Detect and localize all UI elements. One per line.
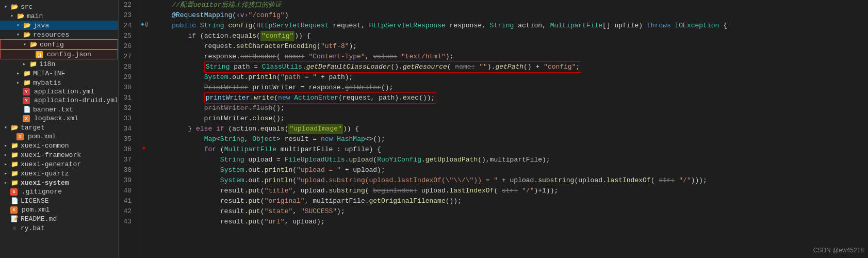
code-text: ( <box>365 186 373 196</box>
folder-icon <box>29 60 37 68</box>
type-text: PrintWriter <box>204 83 249 93</box>
sidebar-item-label: xuexi-system <box>21 179 69 187</box>
folder-icon <box>10 141 19 150</box>
folder-icon <box>10 179 19 187</box>
type-text: ActionEnter <box>294 94 338 102</box>
type-text: Object <box>252 134 276 144</box>
code-text <box>156 155 220 165</box>
code-text <box>518 186 522 196</box>
code-text <box>156 134 204 144</box>
arrow-icon <box>4 124 10 131</box>
sidebar-item-license[interactable]: 📄 LICENSE <box>0 196 118 205</box>
comment-text: //配置ueditor后端上传接口的验证 <box>156 0 282 10</box>
sidebar-item-application-druid-yml[interactable]: Y application-druid.yml <box>0 96 118 105</box>
code-text: . <box>421 155 425 165</box>
code-text: )) { <box>294 31 310 41</box>
code-text: ()); <box>446 196 462 206</box>
sidebar-item-xuexi-common[interactable]: xuexi-common <box>0 141 118 150</box>
sidebar-item-label: README.md <box>21 215 57 223</box>
folder-open-icon <box>10 123 19 132</box>
code-text: { <box>719 21 727 31</box>
highlighted-string: "config" <box>260 31 294 41</box>
type-text: String <box>220 155 244 165</box>
arrow-icon <box>4 170 10 176</box>
sidebar-item-gitignore[interactable]: G .gitignore <box>0 187 118 196</box>
code-text: , <box>292 206 301 217</box>
code-text: ( <box>292 165 297 175</box>
sidebar-item-label: pom.xml <box>22 206 50 214</box>
line-number: 30 <box>119 83 136 93</box>
param-text: str: <box>659 175 675 186</box>
sidebar-item-pom-xml-main[interactable]: X pom.xml <box>0 132 118 141</box>
code-text <box>156 62 204 72</box>
breakpoint-icon: ● <box>142 144 146 152</box>
code-text: request. <box>156 41 236 52</box>
string-text: "/" <box>679 175 691 186</box>
line-number: 28 <box>119 62 136 72</box>
sidebar-item-config-json[interactable]: {} config.json <box>0 50 118 59</box>
method-text: getDefaultClassLoader <box>306 63 391 71</box>
folder-open-icon <box>29 40 38 49</box>
sidebar-item-readme[interactable]: 📝 README.md <box>0 214 118 223</box>
code-text: + upload. <box>498 175 538 186</box>
txt-icon: 📄 <box>23 105 31 114</box>
code-text: ( <box>276 52 285 62</box>
sidebar-item-application-yml[interactable]: Y application.yml <box>0 87 118 96</box>
code-text: > result = <box>276 134 321 144</box>
keyword-else: else if <box>196 124 224 134</box>
code-text: ( <box>216 144 224 155</box>
code-text: ); <box>349 41 357 52</box>
sidebar-item-label: i18n <box>39 60 55 68</box>
arrow-icon <box>4 152 10 158</box>
sidebar-item-i18n[interactable]: i18n <box>0 59 118 69</box>
code-content[interactable]: //配置ueditor后端上传接口的验证 @RequestMapping(‹v›… <box>152 0 868 258</box>
sidebar-item-mybatis[interactable]: mybatis <box>0 78 118 87</box>
sidebar-item-java[interactable]: java <box>0 21 118 30</box>
sidebar-item-ry-bat[interactable]: ⚙ ry.bat <box>0 223 118 233</box>
code-text: ( <box>292 175 297 186</box>
code-text <box>156 83 204 93</box>
sidebar-item-resources[interactable]: resources <box>0 30 118 39</box>
method-text: exec <box>403 94 419 102</box>
gutter-breakpoint-icon[interactable]: ● <box>142 144 146 152</box>
sidebar-item-label: java <box>33 22 49 29</box>
line-number: 43 <box>119 217 136 227</box>
code-text <box>224 21 228 31</box>
sidebar-item-banner-txt[interactable]: 📄 banner.txt <box>0 105 118 114</box>
method-text: upload <box>349 155 373 165</box>
line-number: 32 <box>119 103 136 114</box>
type-text: MultipartFile <box>224 144 276 155</box>
arrow-icon <box>23 61 29 67</box>
sidebar-item-xuexi-quartz[interactable]: xuexi-quartz <box>0 169 118 178</box>
sidebar-item-pom-xml[interactable]: X pom.xml <box>0 205 118 214</box>
method-text: write <box>254 94 274 102</box>
keyword-new: new <box>278 94 290 102</box>
sidebar-item-logback-xml[interactable]: X logback.xml <box>0 114 118 123</box>
sidebar-item-main[interactable]: main <box>0 11 118 21</box>
gutter-debug-icon[interactable]: ◈ @ <box>141 21 148 27</box>
method-text: substring <box>538 175 574 186</box>
code-line-29: System.out.println("path = " + path); <box>156 72 868 83</box>
code-text: ( <box>276 72 281 83</box>
type-text: System <box>220 165 244 175</box>
method-text: equals <box>260 124 285 134</box>
sidebar-item-src[interactable]: src <box>0 2 118 11</box>
code-text: multipartFile : upfile) { <box>276 144 381 155</box>
type-text: RuoYiConfig <box>377 155 421 165</box>
sidebar-item-meta-inf[interactable]: META-INF <box>0 69 118 78</box>
sidebar-item-target[interactable]: target <box>0 123 118 132</box>
sidebar-item-xuexi-system[interactable]: xuexi-system <box>0 178 118 187</box>
yml-icon: Y <box>23 97 30 104</box>
git-icon: G <box>10 188 18 196</box>
sidebar-item-xuexi-framework[interactable]: xuexi-framework <box>0 150 118 159</box>
sidebar-item-label: banner.txt <box>33 106 73 114</box>
sidebar-item-config[interactable]: config <box>0 39 118 50</box>
arrow-icon <box>4 142 10 149</box>
highlighted-string2: "uploadImage" <box>288 124 342 134</box>
folder-open-icon <box>17 12 25 20</box>
method-text: getWriter <box>345 83 381 93</box>
code-text: + upload); <box>341 165 385 175</box>
sidebar-item-xuexi-generator[interactable]: xuexi-generator <box>0 159 118 169</box>
method-text: getOriginalFilename <box>369 196 446 206</box>
sidebar-item-label: config.json <box>47 51 91 58</box>
